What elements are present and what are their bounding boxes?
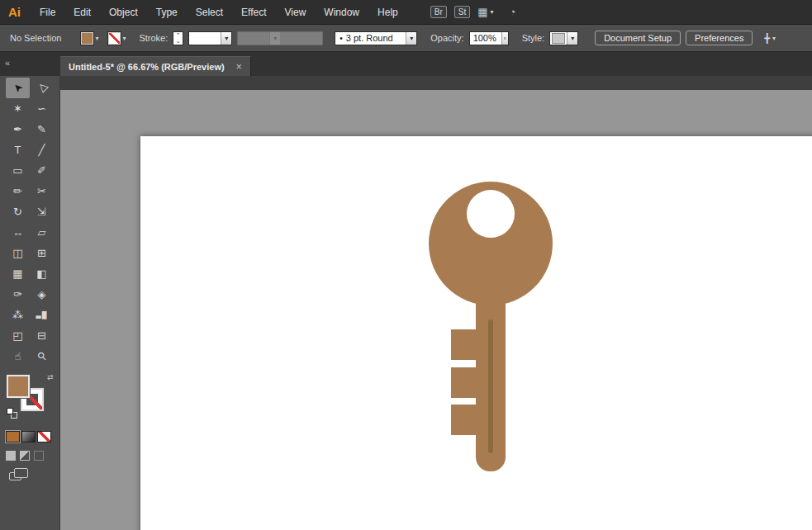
color-button[interactable] (6, 431, 20, 442)
panel-collapse-area: « (0, 52, 60, 69)
panel-cross-icon: ╋ (764, 33, 770, 44)
opacity-select[interactable]: 100% › (469, 31, 509, 45)
chevron-down-icon[interactable]: ▾ (221, 32, 231, 45)
fill-color-indicator[interactable] (7, 375, 30, 398)
menu-bar: Ai FileEditObjectTypeSelectEffectViewWin… (0, 0, 812, 25)
menu-edit[interactable]: Edit (64, 0, 100, 25)
key-hole[interactable] (467, 190, 515, 238)
chevron-down-icon[interactable]: ▾ (406, 32, 416, 45)
pen-tool[interactable]: ✒ (6, 119, 30, 140)
tools-panel: ➤▷✶∽✒✎T╱▭✐✏✂↻⇲↔▱◫⊞▦◧✑◈⁂▃█◰⊟☝⚲ ⇄ (0, 76, 60, 530)
stepper-up-icon[interactable]: ⌃ (173, 32, 183, 39)
symbol-sprayer-tool[interactable]: ⁂ (6, 305, 30, 325)
swap-fill-stroke-icon[interactable]: ⇄ (47, 373, 54, 381)
style-select[interactable]: ▾ (549, 31, 578, 45)
document-setup-button[interactable]: Document Setup (595, 31, 681, 45)
menu-file[interactable]: File (31, 0, 64, 25)
direct-selection-tool[interactable]: ▷ (30, 78, 54, 98)
blend-tool[interactable]: ◈ (30, 284, 54, 305)
chevron-right-icon[interactable]: › (501, 32, 508, 45)
slice-tool[interactable]: ⊟ (30, 325, 54, 346)
chevron-down-icon[interactable]: ▾ (567, 32, 577, 45)
zoom-tool[interactable]: ⚲ (30, 346, 54, 367)
stroke-label[interactable]: Stroke: (139, 33, 168, 43)
stepper-down-icon[interactable]: ⌄ (173, 38, 183, 45)
opacity-label[interactable]: Opacity: (430, 33, 463, 43)
bridge-button[interactable]: Br (430, 6, 447, 18)
document-tab[interactable]: Untitled-5* @ 66.67% (RGB/Preview) × (60, 56, 251, 76)
eyedropper-icon: ✑ (13, 289, 22, 300)
control-bar: No Selection ▾ ▾ Stroke: ⌃ ⌄ ▾ ▾ • 3 pt.… (0, 25, 812, 52)
mesh-tool[interactable]: ▦ (6, 263, 30, 284)
column-graph-tool[interactable]: ▃█ (30, 305, 54, 325)
draw-normal-button[interactable] (6, 451, 16, 461)
scale-tool[interactable]: ⇲ (30, 201, 54, 222)
menubar-items: FileEditObjectTypeSelectEffectViewWindow… (31, 0, 407, 24)
stroke-color-control[interactable]: ▾ (108, 32, 126, 45)
preferences-button[interactable]: Preferences (686, 31, 753, 45)
free-transform-icon: ▱ (38, 227, 46, 238)
type-tool[interactable]: T (6, 140, 30, 160)
stroke-weight-stepper[interactable]: ⌃ ⌄ (173, 31, 183, 45)
close-tab-icon[interactable]: × (236, 61, 242, 73)
hand-tool[interactable]: ☝ (6, 346, 30, 367)
artboard[interactable] (140, 136, 812, 530)
menu-view[interactable]: View (276, 0, 316, 25)
curvature-tool[interactable]: ✎ (30, 119, 54, 140)
eyedropper-tool[interactable]: ✑ (6, 284, 30, 305)
chevron-down-icon: ▾ (490, 8, 493, 16)
key-tooth-bottom[interactable] (451, 405, 477, 435)
fill-swatch (81, 32, 93, 45)
slice-icon: ⊟ (37, 330, 46, 341)
menu-object[interactable]: Object (100, 0, 147, 25)
magic-wand-tool[interactable]: ✶ (6, 98, 30, 119)
fill-color-control[interactable]: ▾ (81, 32, 98, 45)
free-transform-tool[interactable]: ▱ (30, 222, 54, 243)
performance-gauge-icon[interactable]: ◔ (510, 6, 516, 18)
canvas-area[interactable] (60, 76, 812, 530)
rotate-tool[interactable]: ↻ (6, 201, 30, 222)
canvas-top-strip (60, 76, 812, 90)
line-segment-tool[interactable]: ╱ (30, 140, 54, 160)
scissors-icon: ✂ (37, 186, 46, 196)
document-tab-bar: « Untitled-5* @ 66.67% (RGB/Preview) × (0, 52, 812, 76)
draw-inside-button[interactable] (34, 451, 44, 461)
variable-width-profile-select[interactable]: ▾ (237, 31, 323, 45)
menu-window[interactable]: Window (315, 0, 368, 25)
draw-behind-button[interactable] (20, 451, 30, 461)
default-fill-stroke-icon[interactable] (7, 408, 18, 419)
change-screen-mode-button[interactable] (9, 472, 59, 480)
key-tooth-middle[interactable] (451, 367, 477, 398)
key-artwork[interactable] (140, 136, 812, 530)
perspective-grid-tool[interactable]: ⊞ (30, 243, 54, 263)
pen-icon: ✒ (13, 124, 22, 135)
stroke-none-swatch (108, 32, 121, 45)
curvature-icon: ✎ (37, 124, 46, 135)
chevron-down-icon: ▾ (772, 35, 776, 42)
shape-builder-tool[interactable]: ◫ (6, 243, 30, 263)
menu-help[interactable]: Help (368, 0, 407, 25)
gradient-tool[interactable]: ◧ (30, 263, 54, 284)
gradient-button[interactable] (21, 431, 36, 442)
width-tool[interactable]: ↔ (6, 222, 30, 243)
menu-select[interactable]: Select (187, 0, 232, 25)
arrange-documents-control[interactable]: ╋ ▾ (764, 33, 776, 44)
artboard-tool[interactable]: ◰ (6, 325, 30, 346)
scissors-tool[interactable]: ✂ (30, 181, 54, 201)
stroke-weight-select[interactable]: ▾ (188, 31, 232, 45)
style-label[interactable]: Style: (522, 33, 545, 43)
lasso-tool[interactable]: ∽ (30, 98, 54, 119)
none-button[interactable] (37, 431, 51, 442)
key-tooth-top[interactable] (451, 329, 477, 360)
workspace-switcher[interactable]: ▦ ▾ (477, 6, 493, 18)
rectangle-tool[interactable]: ▭ (6, 160, 30, 181)
collapse-panel-icon[interactable]: « (5, 58, 10, 68)
menu-type[interactable]: Type (147, 0, 187, 25)
pencil-tool[interactable]: ✏ (6, 181, 30, 201)
paintbrush-tool[interactable]: ✐ (30, 160, 54, 181)
selection-tool[interactable]: ➤ (6, 78, 30, 98)
stock-button[interactable]: St (454, 6, 470, 18)
menu-effect[interactable]: Effect (232, 0, 275, 25)
brush-definition-select[interactable]: • 3 pt. Round ▾ (335, 31, 417, 45)
key-groove[interactable] (488, 319, 493, 453)
